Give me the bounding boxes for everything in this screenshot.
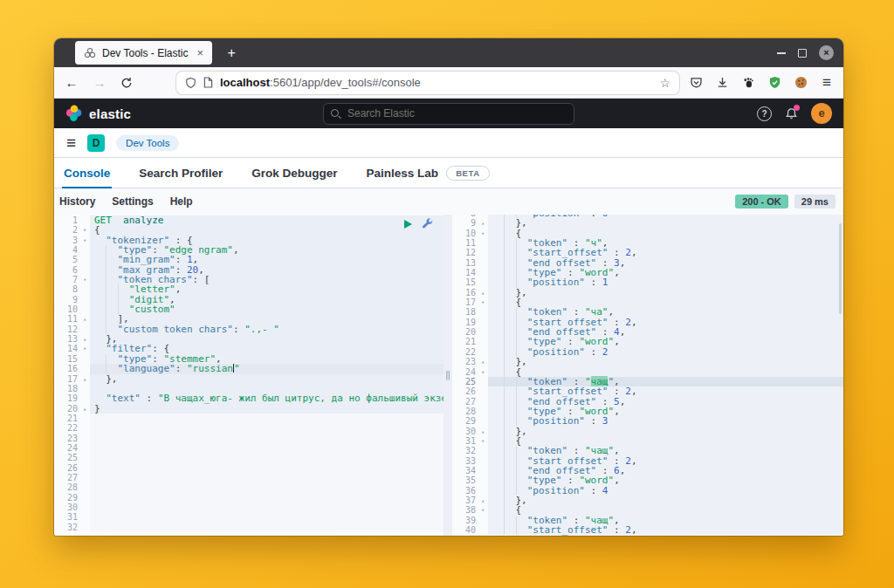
tab-search-profiler[interactable]: Search Profiler [137,158,224,188]
fold-icon[interactable]: ▾ [79,236,90,245]
privacy-shield-icon[interactable] [767,75,782,91]
fold-icon[interactable]: ▴ [478,218,488,228]
code-text: "language": "russian" [90,364,444,373]
fold-icon[interactable]: ▾ [478,229,488,238]
fold-icon[interactable]: ▴ [478,427,488,436]
tab-painless-lab[interactable]: Painless LabBETA [365,158,492,188]
browser-tab[interactable]: Dev Tools - Elastic × [75,41,212,65]
wrench-icon[interactable] [422,218,433,229]
code-line-25[interactable]: 25 [54,453,444,462]
reload-button[interactable] [120,77,134,89]
url-bar[interactable]: localhost:5601/app/dev_tools#/console ☆ [176,72,679,94]
code-line-17[interactable]: 17▴ }, [54,374,444,384]
fold-spacer [79,473,90,482]
window-minimize-button[interactable] [777,52,786,54]
browser-menu-icon[interactable]: ≡ [819,75,835,91]
line-number: 37 [452,496,478,505]
fold-spacer [79,245,90,255]
tab-close-icon[interactable]: × [194,46,203,59]
fold-icon[interactable]: ▾ [79,225,90,235]
fold-icon[interactable]: ▴ [478,496,488,505]
user-avatar[interactable]: e [811,103,832,124]
fold-spacer [478,268,488,277]
response-editor[interactable]: 8 "position" : 09▴ },10▾ {11 "token" : "… [452,215,843,536]
fold-icon[interactable]: ▴ [478,357,488,366]
page-info-icon[interactable] [203,77,213,88]
fold-icon[interactable]: ▴ [79,334,90,344]
send-request-icon[interactable] [404,220,412,229]
tab-label: Search Profiler [139,167,223,180]
fold-icon[interactable]: ▴ [79,374,90,384]
code-line-19[interactable]: 19 "text" : "В чащах_юга- жил был цитрус… [54,393,444,403]
fold-icon[interactable]: ▾ [478,297,488,307]
code-line-27[interactable]: 27 [54,473,444,482]
breadcrumb[interactable]: Dev Tools [116,135,179,151]
code-line-29[interactable]: 29 [54,493,444,503]
console-menu-help[interactable]: Help [170,195,193,208]
line-number: 17 [54,374,79,384]
code-line-38[interactable]: 38▾ { [452,505,843,515]
space-avatar[interactable]: D [87,134,105,152]
global-search[interactable] [323,103,574,125]
fold-spacer [478,475,488,485]
line-number: 31 [452,436,478,446]
fold-icon[interactable]: ▾ [478,505,488,515]
response-scrollbar[interactable] [839,223,842,314]
console-menu-settings[interactable]: Settings [112,195,153,208]
notifications-bell[interactable] [785,107,798,120]
fold-spacer [79,463,90,473]
code-line-35[interactable]: 35 "type" : "word", [452,475,843,485]
new-tab-button[interactable]: + [222,45,241,61]
code-text: "start_offset" : 2, [488,525,843,535]
code-line-26[interactable]: 26 [54,463,444,473]
console-menu-history[interactable]: History [59,195,95,208]
forward-button[interactable]: → [93,75,107,90]
fold-icon[interactable]: ▴ [478,288,488,297]
code-line-1[interactable]: 1GET _analyze [54,215,444,225]
help-icon[interactable]: ? [757,106,772,121]
back-button[interactable]: ← [65,75,79,90]
window-close-button[interactable]: × [819,45,834,60]
search-input[interactable] [324,104,599,124]
code-line-21[interactable]: 21 [54,414,444,423]
line-number: 35 [452,475,478,485]
code-line-23[interactable]: 23▴ }, [452,357,843,366]
code-line-23[interactable]: 23 [54,434,444,443]
console-menu: HistorySettingsHelp [58,195,193,208]
kibana-menu-icon[interactable]: ≡ [66,134,76,151]
panel-resizer[interactable]: ‖ [444,215,452,536]
code-line-28[interactable]: 28 [54,482,444,492]
cookie-extension-icon[interactable] [793,75,808,91]
fold-icon[interactable]: ▾ [79,275,90,284]
code-line-29[interactable]: 29 "position" : 3 [452,416,843,426]
fold-icon[interactable]: ▴ [79,404,90,414]
downloads-icon[interactable] [714,75,730,91]
fold-spacer [478,248,488,257]
code-line-16[interactable]: 16 "language": "russian" [54,364,444,373]
pocket-icon[interactable] [688,75,704,91]
window-maximize-button[interactable] [798,49,807,58]
code-line-20[interactable]: 20▴} [54,404,444,414]
code-line-32[interactable]: 32 [54,523,444,532]
bookmark-star-icon[interactable]: ☆ [659,76,670,90]
tracking-shield-icon[interactable] [185,77,196,89]
code-text [90,493,444,503]
code-line-26[interactable]: 26 "start_offset" : 2, [452,386,843,396]
request-editor[interactable]: 1GET _analyze2▾{3▾ "tokenizer" : {4 "typ… [54,215,444,536]
code-text: "text" : "В чащах_юга- жил был цитрус, д… [90,393,444,403]
code-line-40[interactable]: 40 "start_offset" : 2, [452,525,843,535]
code-line-32[interactable]: 32 "token" : "чащ", [452,446,843,455]
fold-icon[interactable]: ▾ [478,436,488,446]
code-line-31[interactable]: 31 [54,512,444,522]
tab-console[interactable]: Console [62,158,112,188]
fold-icon[interactable]: ▴ [79,314,90,324]
gnome-extension-icon[interactable] [740,75,756,91]
code-line-24[interactable]: 24 [54,443,444,453]
code-line-22[interactable]: 22 [54,423,444,433]
fold-icon[interactable]: ▾ [79,344,90,353]
code-line-9[interactable]: 9▴ }, [452,218,843,228]
tab-grok-debugger[interactable]: Grok Debugger [250,158,339,188]
fold-icon[interactable]: ▾ [478,367,488,377]
elastic-logo[interactable]: elastic [65,105,131,122]
code-line-30[interactable]: 30 [54,503,444,512]
